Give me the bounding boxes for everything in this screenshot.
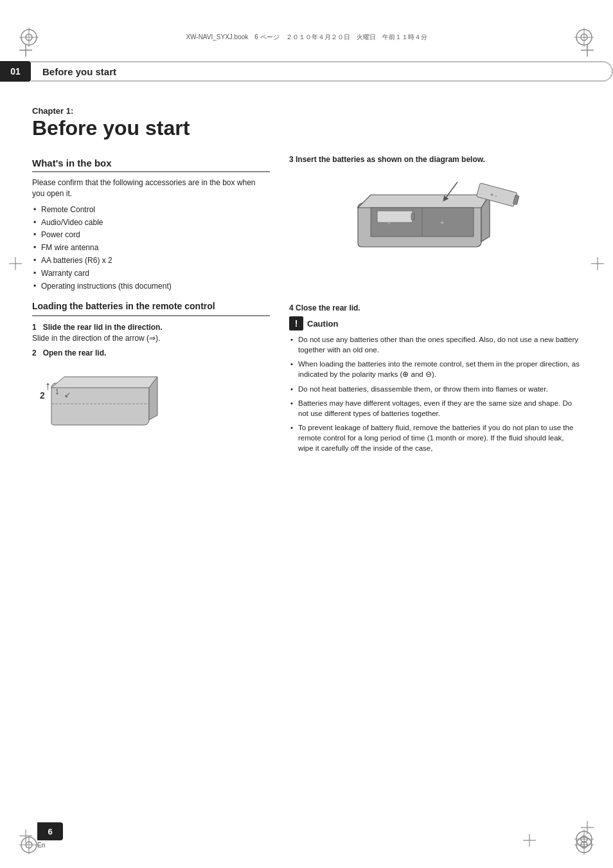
footer-crosshair-right bbox=[581, 821, 594, 836]
svg-text:2: 2 bbox=[40, 390, 45, 401]
header-line: Before you start bbox=[31, 61, 613, 82]
caution-icon: ! bbox=[289, 316, 303, 330]
step-2-label: 2 Open the rear lid. bbox=[32, 348, 270, 357]
svg-text:+: + bbox=[440, 219, 444, 226]
step-1: 1 Slide the rear lid in the direction. S… bbox=[32, 323, 270, 344]
step-4-label: 4 Close the rear lid. bbox=[289, 303, 581, 312]
caution-item: To prevent leakage of battery fluid, rem… bbox=[289, 422, 581, 453]
step-1-text: Slide in the direction of the arrow (⇒). bbox=[32, 333, 270, 344]
footer-reg-left bbox=[19, 835, 39, 856]
caution-item: Do not use any batteries other than the … bbox=[289, 334, 581, 355]
remote-diagram: 2 ↑ ↙ 1 bbox=[32, 365, 270, 455]
footer-crosshair-center bbox=[523, 834, 536, 849]
battery-svg: + + + - bbox=[345, 172, 525, 291]
list-item: Warranty card bbox=[32, 268, 270, 279]
caution-item: When loading the batteries into the remo… bbox=[289, 359, 581, 379]
main-content: Chapter 1: Before you start What's in th… bbox=[32, 93, 581, 804]
loading-batteries-heading: Loading the batteries in the remote cont… bbox=[32, 300, 270, 316]
caution-heading: ! Caution bbox=[289, 316, 581, 330]
whats-in-box-intro: Please confirm that the following access… bbox=[32, 177, 270, 199]
svg-rect-23 bbox=[377, 211, 413, 222]
svg-text:↑: ↑ bbox=[45, 379, 51, 392]
whats-in-box-list: Remote Control Audio/Video cable Power c… bbox=[32, 204, 270, 292]
reg-mark-bottom-far-right bbox=[574, 835, 594, 856]
header-title: Before you start bbox=[42, 66, 116, 77]
step-2: 2 Open the rear lid. bbox=[32, 348, 270, 357]
footer: 6 En bbox=[0, 822, 613, 849]
two-col-layout: What's in the box Please confirm that th… bbox=[32, 151, 581, 463]
list-item: Audio/Video cable bbox=[32, 217, 270, 228]
caution-item: Do not heat batteries, disassemble them,… bbox=[289, 384, 581, 394]
caution-title: Caution bbox=[307, 319, 338, 329]
whats-in-box-heading: What's in the box bbox=[32, 158, 270, 172]
page-number: 6 bbox=[37, 822, 63, 840]
left-column: What's in the box Please confirm that th… bbox=[32, 151, 270, 463]
chapter-number: 01 bbox=[0, 61, 31, 82]
list-item: AA batteries (R6) x 2 bbox=[32, 255, 270, 266]
print-marks-top: XW-NAVI_SYXJ.book 6 ページ ２０１０年４月２０日 火曜日 午… bbox=[0, 19, 613, 55]
svg-text:1: 1 bbox=[55, 388, 59, 395]
file-meta: XW-NAVI_SYXJ.book 6 ページ ２０１０年４月２０日 火曜日 午… bbox=[39, 33, 574, 42]
caution-list: Do not use any batteries other than the … bbox=[289, 334, 581, 453]
remote-svg: 2 ↑ ↙ 1 bbox=[32, 365, 173, 449]
crosshair-right bbox=[581, 44, 594, 59]
chapter-title: Before you start bbox=[32, 117, 581, 140]
step-3-label: 3 Insert the batteries as shown on the d… bbox=[289, 155, 581, 164]
list-item: Power cord bbox=[32, 230, 270, 240]
battery-diagram: + + + - bbox=[289, 169, 581, 294]
list-item: FM wire antenna bbox=[32, 242, 270, 253]
svg-rect-24 bbox=[411, 213, 414, 220]
header-bar: 01 Before you start bbox=[0, 61, 613, 82]
step-1-label: 1 Slide the rear lid in the direction. bbox=[32, 323, 270, 332]
right-column: 3 Insert the batteries as shown on the d… bbox=[289, 151, 581, 463]
side-crosshair-right bbox=[591, 257, 604, 272]
caution-item: Batteries may have different voltages, e… bbox=[289, 398, 581, 419]
side-crosshair-left bbox=[9, 257, 22, 272]
list-item: Remote Control bbox=[32, 204, 270, 215]
svg-text:↙: ↙ bbox=[64, 390, 71, 399]
chapter-label: Chapter 1: bbox=[32, 106, 581, 116]
list-item: Operating instructions (this document) bbox=[32, 281, 270, 292]
crosshair-left bbox=[19, 44, 32, 59]
